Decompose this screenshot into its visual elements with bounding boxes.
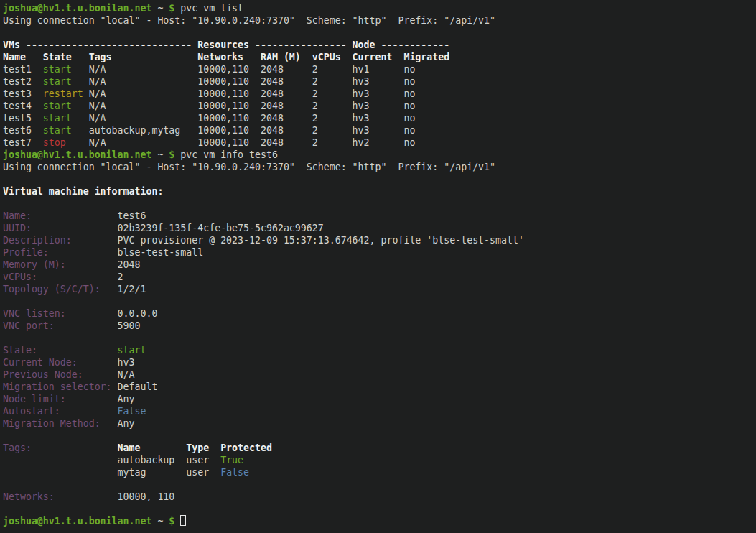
info-value: Any — [118, 394, 135, 404]
blank-line — [3, 332, 756, 344]
info-value: blse-test-small — [118, 247, 204, 258]
info-label: Tags: — [3, 442, 118, 453]
info-line-description: Description: PVC provisioner @ 2023-12-0… — [3, 234, 756, 246]
tag-protected: True — [220, 455, 243, 465]
section-header-text: VMs ----------------------------- Resour… — [3, 40, 449, 50]
command-vm-list: pvc vm list — [174, 3, 243, 14]
prompt-space — [174, 516, 180, 527]
vm-state: start — [43, 125, 72, 136]
prompt-user-host: joshua@hv1.t.u.bonilan.net — [3, 149, 151, 160]
vm-list-section-header: VMs ----------------------------- Resour… — [3, 39, 756, 51]
info-line-migration-method: Migration Method: Any — [3, 417, 756, 430]
vm-row-test7: test7 stop N/A 10000,110 2048 2 hv2 no — [3, 136, 756, 149]
info-value: PVC provisioner @ 2023-12-09 15:37:13.67… — [118, 235, 524, 246]
info-value: test6 — [118, 210, 146, 221]
info-label: Topology (S/C/T): — [3, 284, 118, 295]
column-header-text: Name State Tags Networks RAM (M) vCPUs C… — [3, 52, 449, 62]
vm-row-test4: test4 start N/A 10000,110 2048 2 hv3 no — [3, 100, 756, 112]
info-label: UUID: — [3, 223, 118, 233]
info-label: Current Node: — [3, 357, 118, 368]
blank-line — [3, 27, 756, 39]
info-label: Profile: — [3, 247, 118, 258]
command-vm-info: pvc vm info test6 — [174, 149, 278, 160]
info-line-migration-selector: Migration selector: Default — [3, 381, 756, 393]
info-label: Autostart: — [3, 406, 118, 417]
info-label: Memory (M): — [3, 259, 118, 270]
tag-name: mytag — [118, 467, 187, 478]
vm-name: test7 — [3, 137, 43, 148]
vm-row-rest: N/A 10000,110 2048 2 hv3 no — [83, 88, 416, 99]
info-value: 0.0.0.0 — [118, 308, 158, 319]
info-label: Description: — [3, 235, 118, 246]
tag-type: user — [186, 467, 220, 478]
prompt-separator: ~ — [151, 516, 169, 527]
info-value: 5900 — [118, 320, 141, 331]
info-label: VNC port: — [3, 320, 118, 331]
info-line-vnc-listen: VNC listen: 0.0.0.0 — [3, 307, 756, 320]
vm-row-rest: N/A 10000,110 2048 2 hv1 no — [72, 64, 416, 75]
vm-row-rest: N/A 10000,110 2048 2 hv2 no — [66, 137, 416, 148]
tag-protected: False — [220, 467, 249, 478]
vm-name: test5 — [3, 113, 43, 124]
info-value: Default — [118, 381, 158, 392]
indent — [3, 455, 118, 465]
terminal-cursor — [180, 515, 186, 526]
vm-row-rest: N/A 10000,110 2048 2 hv3 no — [72, 101, 416, 111]
vm-name: test1 — [3, 64, 43, 75]
vm-name: test3 — [3, 88, 43, 99]
tags-header-line: Tags: Name Type Protected — [3, 442, 756, 454]
vm-name: test6 — [3, 125, 43, 136]
info-value: 02b3239f-135f-4cfe-be75-5c962ac99627 — [118, 223, 324, 233]
vm-row-test2: test2 start N/A 10000,110 2048 2 hv3 no — [3, 75, 756, 88]
info-value: 1/2/1 — [118, 284, 146, 295]
info-line-vcpus: vCPUs: 2 — [3, 271, 756, 283]
terminal-lines-container: joshua@hv1.t.u.bonilan.net ~ $ pvc vm li… — [3, 2, 756, 527]
info-line-autostart: Autostart: False — [3, 405, 756, 417]
vm-name: test4 — [3, 101, 43, 111]
vm-info-title-text: Virtual machine information: — [3, 186, 163, 197]
info-label: VNC listen: — [3, 308, 118, 319]
tags-table-header: Name Type Protected — [118, 442, 272, 453]
vm-row-rest: N/A 10000,110 2048 2 hv3 no — [72, 76, 416, 87]
prompt-user-host: joshua@hv1.t.u.bonilan.net — [3, 516, 151, 527]
prompt-separator: ~ — [151, 3, 169, 14]
tag-row-mytag: mytag user False — [3, 466, 756, 478]
info-label: Node limit: — [3, 394, 118, 404]
vm-state: restart — [43, 88, 83, 99]
prompt-user-host: joshua@hv1.t.u.bonilan.net — [3, 3, 151, 14]
vm-state: start — [43, 113, 72, 124]
info-line-name: Name: test6 — [3, 210, 756, 222]
prompt-line-vm-list: joshua@hv1.t.u.bonilan.net ~ $ pvc vm li… — [3, 2, 756, 14]
vm-row-rest: autobackup,mytag 10000,110 2048 2 hv3 no — [72, 125, 416, 136]
info-value: 10000, 110 — [118, 491, 175, 502]
info-label: vCPUs: — [3, 272, 118, 282]
info-line-previous-node: Previous Node: N/A — [3, 369, 756, 381]
prompt-line-current: joshua@hv1.t.u.bonilan.net ~ $ — [3, 515, 756, 527]
vm-state: stop — [43, 137, 66, 148]
info-label: Previous Node: — [3, 369, 118, 380]
info-value: 2048 — [118, 259, 141, 270]
connection-info-line: Using connection "local" - Host: "10.90.… — [3, 161, 756, 173]
connection-text: Using connection "local" - Host: "10.90.… — [3, 15, 495, 26]
blank-line — [3, 295, 756, 307]
info-value: False — [118, 406, 146, 417]
blank-line — [3, 198, 756, 210]
info-line-networks: Networks: 10000, 110 — [3, 491, 756, 503]
info-line-uuid: UUID: 02b3239f-135f-4cfe-be75-5c962ac996… — [3, 222, 756, 234]
terminal-screen[interactable]: joshua@hv1.t.u.bonilan.net ~ $ pvc vm li… — [0, 0, 756, 533]
vm-state: start — [43, 64, 72, 75]
info-line-current-node: Current Node: hv3 — [3, 356, 756, 369]
terminal-output: joshua@hv1.t.u.bonilan.net ~ $ pvc vm li… — [3, 2, 756, 527]
blank-line — [3, 430, 756, 442]
info-label: Migration Method: — [3, 418, 118, 429]
info-line-memory: Memory (M): 2048 — [3, 259, 756, 271]
info-label: Migration selector: — [3, 381, 118, 392]
blank-line — [3, 503, 756, 515]
vm-row-test6: test6 start autobackup,mytag 10000,110 2… — [3, 124, 756, 136]
info-line-node-limit: Node limit: Any — [3, 393, 756, 405]
tag-name: autobackup — [118, 455, 187, 465]
connection-text: Using connection "local" - Host: "10.90.… — [3, 162, 495, 172]
indent — [3, 467, 118, 478]
info-value: hv3 — [118, 357, 135, 368]
info-label: State: — [3, 345, 118, 356]
